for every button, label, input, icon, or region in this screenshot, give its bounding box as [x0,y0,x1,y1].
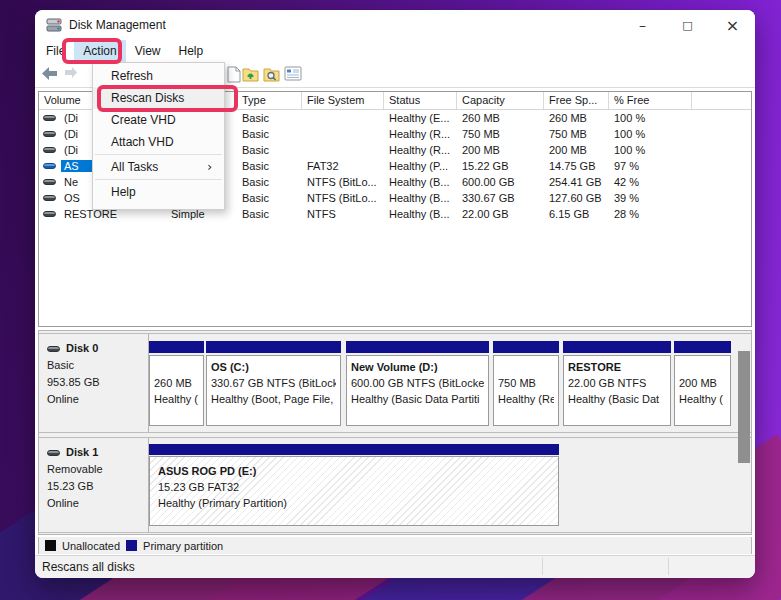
volume-name: Ne [61,176,81,188]
maximize-button[interactable]: □ [665,10,710,40]
cell-type: Basic [237,192,302,204]
menu-view[interactable]: View [126,40,170,62]
disk-icon [47,346,60,352]
cell-pct: 28 % [609,208,692,220]
col-file-system[interactable]: File System [302,92,384,109]
disk-1-label[interactable]: Disk 1 Removable 15.23 GB Online [39,438,149,532]
disk-management-icon [46,18,62,32]
col-capacity[interactable]: Capacity [457,92,544,109]
menu-help[interactable]: Help [170,40,213,62]
volume-icon [43,195,56,201]
properties-icon[interactable] [284,66,302,81]
partition-color-bar [149,341,204,353]
cell-capacity: 600.00 GB [457,176,544,188]
partition[interactable]: New Volume (D:) 600.00 GB NTFS (BitLocke… [346,334,489,432]
col-pct-free[interactable]: % Free [609,92,692,109]
maximize-icon: □ [682,19,692,32]
disk-graphical-pane: Disk 0 Basic 953.85 GB Online 260 MB Hea… [38,330,752,535]
cell-status: Healthy (P... [384,160,457,172]
partition-status: Healthy (Re [498,391,554,407]
back-icon[interactable] [41,66,58,81]
primary-partition-swatch [126,540,137,551]
volume-icon [43,211,56,217]
cell-pct: 100 % [609,128,692,140]
cell-fs: NTFS [302,208,384,220]
partition[interactable]: OS (C:) 330.67 GB NTFS (BitLock Healthy … [206,334,341,432]
partition-title: RESTORE [568,359,666,375]
partition-selected[interactable]: ASUS ROG PD (E:) 15.23 GB FAT32 Healthy … [149,438,559,532]
submenu-arrow-icon: › [207,156,212,178]
disk-name: Disk 0 [66,340,98,357]
close-button[interactable]: × [710,10,755,40]
menu-item-create-vhd[interactable]: Create VHD [93,109,224,131]
cell-free: 260 MB [544,112,609,124]
partition[interactable]: RESTORE 22.00 GB NTFS Healthy (Basic Dat [563,334,671,432]
col-status[interactable]: Status [384,92,457,109]
menu-item-help[interactable]: Help [93,181,224,203]
menu-item-all-tasks[interactable]: All Tasks› [93,156,224,178]
annotation-box-rescan-disks [97,85,238,112]
partition[interactable]: 750 MB Healthy (Re [493,334,559,432]
cell-type: Basic [237,112,302,124]
partition-size: 750 MB [498,375,554,391]
cell-pct: 42 % [609,176,692,188]
window-title: Disk Management [69,18,166,32]
partition-title [154,359,199,375]
menu-item-label: All Tasks [111,160,158,174]
disk-1-row: Disk 1 Removable 15.23 GB Online ASUS RO… [39,437,751,533]
cell-fs: FAT32 [302,160,384,172]
cell-fs: NTFS (BitLo... [302,176,384,188]
cell-free: 6.15 GB [544,208,609,220]
cell-fs: NTFS (BitLo... [302,192,384,204]
volume-icon [43,147,56,153]
partition[interactable]: 200 MB Healthy ( [674,334,731,432]
partition-size: 200 MB [679,375,726,391]
cell-free: 200 MB [544,144,609,156]
cell-pct: 97 % [609,160,692,172]
partition-title: New Volume (D:) [351,359,484,375]
annotation-box-action [62,38,122,64]
disk-icon [47,450,60,456]
partition-status: Healthy (Primary Partition) [158,495,550,511]
cell-pct: 100 % [609,144,692,156]
partition-title [679,359,726,375]
legend-unallocated-label: Unallocated [62,540,120,552]
disk-kind: Removable [47,461,148,478]
forward-icon[interactable] [63,66,78,79]
cell-status: Healthy (B... [384,192,457,204]
cell-capacity: 750 MB [457,128,544,140]
partition-status: Healthy (Boot, Page File, [211,391,336,407]
partition-color-bar [346,341,489,353]
import-folder-icon[interactable] [242,66,259,82]
cell-status: Healthy (E... [384,112,457,124]
cell-capacity: 22.00 GB [457,208,544,220]
status-separator [542,558,543,575]
disk-size: 953.85 GB [47,374,148,391]
minimize-icon: – [639,17,646,33]
cell-free: 750 MB [544,128,609,140]
volume-name: (Di [61,112,81,124]
status-text: Rescans all disks [42,560,135,574]
document-icon[interactable] [227,66,241,83]
disk-size: 15.23 GB [47,478,148,495]
menu-item-attach-vhd[interactable]: Attach VHD [93,131,224,153]
close-icon: × [726,16,739,35]
partition-title [498,359,554,375]
cell-status: Healthy (R... [384,128,457,140]
partition-color-bar [149,444,559,455]
menu-item-refresh[interactable]: Refresh [93,65,224,87]
cell-free: 14.75 GB [544,160,609,172]
disk-0-label[interactable]: Disk 0 Basic 953.85 GB Online [39,334,149,432]
partition-status: Healthy ( [154,391,199,407]
disk-kind: Basic [47,357,148,374]
disk-state: Online [47,495,148,512]
partition-size: 260 MB [154,375,199,391]
cell-type: Basic [237,176,302,188]
col-free-space[interactable]: Free Sp... [544,92,609,109]
minimize-button[interactable]: – [620,10,665,40]
search-folder-icon[interactable] [263,66,280,82]
vertical-scrollbar-thumb[interactable] [738,351,750,463]
partition[interactable]: 260 MB Healthy ( [149,334,204,432]
cell-type: Basic [237,160,302,172]
col-type[interactable]: Type [237,92,302,109]
